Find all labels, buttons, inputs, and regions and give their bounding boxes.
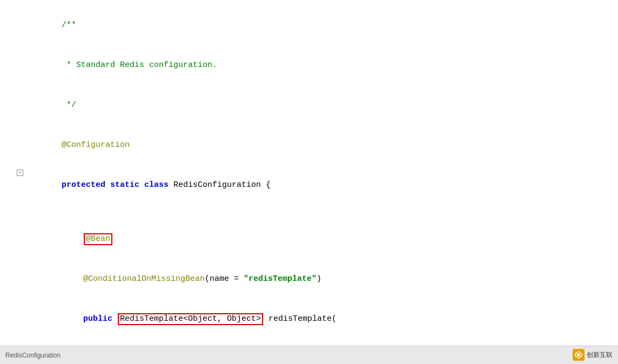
comment-line: * Standard Redis configuration. — [62, 60, 217, 70]
line-content-7: @Bean — [30, 220, 618, 259]
line-content-5: protected static class RedisConfiguratio… — [30, 166, 618, 205]
line-content-8: @ConditionalOnMissingBean(name = "redisT… — [30, 260, 618, 299]
code-line-3: */ — [0, 85, 618, 125]
redis-template-box: RedisTemplate<Object, Object> — [118, 313, 263, 325]
bottom-text: RedisConfiguration — [5, 352, 61, 359]
annotation-bean1: @Bean — [86, 234, 110, 244]
code-line-9: public RedisTemplate<Object, Object> red… — [0, 299, 618, 339]
svg-marker-1 — [577, 353, 580, 356]
code-line-5: ▾ protected static class RedisConfigurat… — [0, 165, 618, 205]
kw-static: static — [110, 180, 139, 190]
kw-protected: protected — [62, 180, 105, 190]
line-content-9: public RedisTemplate<Object, Object> red… — [30, 300, 618, 339]
annotation-bean1-box: @Bean — [84, 233, 112, 245]
line-content-6 — [30, 206, 618, 219]
line-content-2: * Standard Redis configuration. — [30, 46, 618, 85]
bottom-bar: RedisConfiguration 创新互联 — [0, 346, 618, 364]
logo-text: 创新互联 — [587, 350, 613, 360]
annotation-config: @Configuration — [62, 140, 130, 150]
space — [105, 180, 110, 190]
kw-class: class — [144, 180, 169, 190]
code-editor: /** * Standard Redis configuration. */ @… — [0, 0, 618, 346]
code-line-2: * Standard Redis configuration. — [0, 45, 618, 85]
line-content-3: */ — [30, 86, 618, 125]
fold-marker-5[interactable]: ▾ — [17, 170, 23, 176]
code-line-1: /** — [0, 5, 618, 45]
logo-icon — [573, 349, 585, 361]
string-redisTemplate: "redisTemplate" — [244, 274, 317, 284]
annotation-conditional1: @ConditionalOnMissingBean — [83, 274, 205, 284]
kw-public1: public — [83, 314, 112, 323]
logo-area: 创新互联 — [573, 349, 613, 361]
line-content-4: @Configuration — [30, 126, 618, 165]
line-content-10: RedisConnectionFactory redisConnectionFa… — [30, 340, 618, 346]
code-line-7: @Bean — [0, 219, 618, 259]
code-line-6 — [0, 205, 618, 219]
code-line-8: @ConditionalOnMissingBean(name = "redisT… — [0, 259, 618, 299]
comment-start: /** — [62, 21, 76, 30]
class-redis-template: RedisTemplate<Object, Object> — [120, 314, 261, 323]
line-content-1: /** — [30, 6, 618, 45]
code-line-10: RedisConnectionFactory redisConnectionFa… — [0, 339, 618, 346]
comment-end: */ — [62, 100, 76, 110]
gutter-5: ▾ — [0, 170, 30, 176]
logo-svg — [574, 350, 583, 359]
code-line-4: @Configuration — [0, 125, 618, 165]
